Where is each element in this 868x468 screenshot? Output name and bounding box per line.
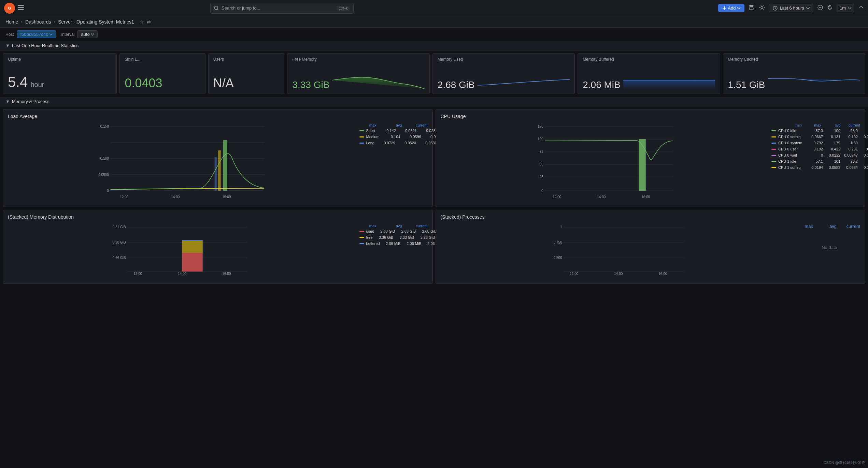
cpu-legend-row-3: CPU 0 user 0.192 0.422 0.291 0.235 (771, 147, 860, 151)
memdist-row-buffered: buffered 2.06 MiB 2.06 MiB 2.06 MiB (359, 242, 428, 246)
search-bar[interactable]: Search or jump to... ctrl+k (210, 3, 354, 14)
no-data-label: No data (799, 230, 860, 264)
cpu0sys-name: CPU 0 system (778, 141, 806, 145)
cpu1soft-color (771, 167, 776, 168)
svg-text:0.750: 0.750 (553, 240, 562, 244)
memdist-row-used: used 2.68 GiB 2.63 GiB 2.68 GiB (359, 229, 428, 233)
svg-rect-59 (182, 241, 203, 253)
cpu1soft-name: CPU 1 softirq (778, 165, 806, 170)
svg-text:0: 0 (541, 189, 543, 193)
host-label: Host (5, 32, 14, 37)
add-button[interactable]: Add (718, 4, 744, 12)
breadcrumb-actions: ☆ ⇄ (140, 19, 151, 25)
cpu-legend: min max avg current CPU 0 idle 57.0 100 … (771, 123, 860, 203)
breadcrumb-home[interactable]: Home (5, 19, 18, 25)
save-icon[interactable] (749, 4, 755, 12)
svg-text:16:00: 16:00 (222, 195, 231, 199)
collapse-arrow: ▼ (5, 43, 10, 48)
cpu-usage-chart-area: 125 100 75 50 25 0 12:00 14:00 16:00 (441, 123, 769, 203)
settings-icon[interactable] (759, 4, 765, 12)
svg-text:14:00: 14:00 (597, 195, 606, 199)
legend-long-avg: 0.0520 (397, 141, 416, 145)
load-average-legend: max avg current Short 0.142 0.0591 0.028… (359, 123, 428, 203)
cpu0soft-name: CPU 0 softirq (778, 135, 806, 139)
hamburger-icon[interactable] (18, 5, 24, 11)
memory-collapse-arrow: ▼ (5, 99, 10, 104)
memory-buffered-title: Memory Buffered (583, 57, 715, 62)
interval-filter[interactable]: auto (77, 30, 97, 38)
shortcut-hint: ctrl+k (337, 6, 350, 11)
users-panel: Users N/A (208, 53, 285, 94)
search-icon (214, 6, 219, 11)
buffered-color (359, 243, 364, 244)
zoom-out-icon[interactable] (817, 5, 823, 12)
cpu0soft-color (771, 136, 776, 137)
svg-text:125: 125 (538, 125, 543, 128)
svg-text:14:00: 14:00 (178, 272, 186, 276)
breadcrumb-dashboards[interactable]: Dashboards (25, 19, 51, 25)
users-title: Users (213, 57, 280, 62)
short-color (359, 130, 364, 131)
legend-medium-avg: 0.0596 (402, 135, 421, 139)
chevron-down-icon (737, 7, 740, 9)
svg-text:12:00: 12:00 (570, 272, 578, 276)
svg-text:9.31 GiB: 9.31 GiB (113, 225, 126, 229)
refresh-interval[interactable]: 1m (837, 4, 854, 12)
svg-text:16:00: 16:00 (222, 272, 231, 276)
chevron-icon (49, 33, 52, 35)
add-icon (722, 6, 726, 10)
cpu-legend-row-1: CPU 0 softirq 0.0667 0.131 0.102 0.0736 (771, 135, 860, 139)
svg-text:75: 75 (539, 150, 543, 153)
cpu-legend-row-4: CPU 0 wait 0 0.0222 0.00947 0.0125 (771, 153, 860, 157)
bottom-charts-row: (Stacked) Memory Distrubution 9.31 GiB 6… (0, 210, 868, 287)
proc-current-header: current (841, 224, 860, 229)
legend-row-short: Short 0.142 0.0591 0.0286 (359, 129, 428, 133)
cpu0wait-color (771, 155, 776, 156)
share-icon[interactable]: ⇄ (147, 19, 151, 25)
uptime-panel: Uptime 5.4 hour (3, 53, 117, 94)
cpu0idle-avg: 96.0 (842, 129, 858, 133)
chevron-down-icon3 (848, 7, 851, 9)
svg-line-15 (775, 8, 776, 9)
svg-rect-32 (223, 140, 227, 191)
legend-short-name: Short (366, 129, 375, 133)
svg-line-6 (217, 9, 218, 10)
refresh-icon[interactable] (827, 5, 833, 12)
free-memory-chart (332, 70, 424, 90)
users-value: N/A (213, 76, 280, 90)
interval-label: interval (61, 32, 75, 37)
load-average-panel: Load Average 0.150 0.100 0.0500 0 12:00 (3, 109, 433, 207)
svg-rect-4 (18, 9, 24, 10)
svg-text:1: 1 (560, 225, 562, 229)
svg-rect-60 (182, 240, 203, 241)
star-icon[interactable]: ☆ (140, 19, 144, 25)
svg-rect-11 (750, 8, 753, 9)
host-filter[interactable]: f5bbc8557c4c (17, 30, 56, 38)
refresh-interval-label: 1m (840, 5, 846, 11)
legend-long-max: 0.0729 (376, 141, 395, 145)
svg-text:G: G (8, 6, 11, 10)
time-range-label: Last 6 hours (780, 5, 804, 11)
medium-color (359, 136, 364, 137)
cpu0idle-color (771, 130, 776, 131)
svg-text:0.150: 0.150 (100, 125, 109, 128)
memdist-buffered-name: buffered (366, 242, 380, 246)
svg-text:16:00: 16:00 (658, 272, 667, 276)
time-range-picker[interactable]: Last 6 hours (769, 4, 813, 12)
memory-used-title: Memory Used (438, 57, 570, 62)
svg-text:50: 50 (539, 162, 543, 166)
stats-section-header[interactable]: ▼ Last One Hour Realtime Statistics (0, 41, 868, 50)
memory-section-header[interactable]: ▼ Memory & Process (0, 97, 868, 106)
legend-max-header: max (358, 123, 376, 127)
cpu-current-header: current (845, 123, 860, 127)
svg-text:14:00: 14:00 (614, 272, 623, 276)
svg-rect-18 (623, 80, 715, 89)
collapse-icon[interactable] (858, 5, 864, 12)
memdist-avg-header: avg (383, 224, 402, 228)
search-placeholder: Search or jump to... (222, 5, 260, 11)
fivemin-panel: 5min L... 0.0403 (119, 53, 205, 94)
sep2: › (54, 19, 56, 25)
legend-short-max: 0.142 (377, 129, 396, 133)
processes-legend-area: max avg current No data (799, 224, 860, 279)
cpu-legend-row-2: CPU 0 system 0.792 1.75 1.39 1.21 (771, 141, 860, 145)
